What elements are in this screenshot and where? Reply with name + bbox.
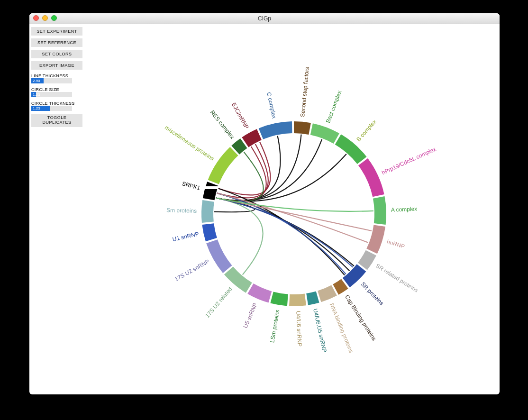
segment-label: U1 snRNP	[172, 230, 199, 243]
segment-u4-u6-u5-snrnp[interactable]	[306, 291, 319, 305]
segment-srpk1[interactable]	[203, 182, 218, 200]
segment-label: U4/U6 snRNP	[295, 311, 303, 347]
chord-link	[217, 193, 346, 274]
line-thickness-value: 2.90	[33, 78, 40, 83]
segment-label: 17S U2 snRNP	[173, 258, 210, 283]
segment-label: hnRNP	[386, 238, 405, 250]
close-icon[interactable]	[33, 15, 39, 21]
segment-label: hPrp19/Cdc5L complex	[381, 146, 437, 176]
segment-label: A complex	[391, 206, 418, 213]
segment-bact-complex[interactable]	[310, 123, 339, 144]
segment-label: U5 snRNP	[242, 302, 258, 329]
minimize-icon[interactable]	[42, 15, 48, 21]
segment-label: SR proteins	[360, 281, 385, 307]
segment-lsm-proteins[interactable]	[270, 292, 288, 306]
segment-label: Cap Binding proteins	[344, 294, 378, 342]
segment-17s-u2-snrnp[interactable]	[206, 239, 232, 273]
segment-label: 17S U2 related	[204, 286, 233, 319]
segment-u4-u6-snrnp[interactable]	[289, 293, 306, 306]
title-bar: CIGp	[29, 13, 500, 24]
segment-hnrnp[interactable]	[366, 225, 385, 254]
segment-label: miscelleneous proteins	[164, 124, 215, 162]
line-thickness-slider[interactable]: 2.90	[31, 78, 72, 83]
segment-sr-related-proteins[interactable]	[358, 250, 376, 270]
set-colors-button[interactable]: SET COLORS	[31, 50, 82, 58]
segment-ejc-mrnp[interactable]	[242, 129, 262, 147]
content-area: SET EXPERIMENT SET REFERENCE SET COLORS …	[29, 24, 500, 394]
toggle-duplicates-button[interactable]: TOGGLE DUPLICATES	[31, 114, 82, 127]
segment-u5-snrnp[interactable]	[247, 283, 272, 302]
app-window: CIGp SET EXPERIMENT SET REFERENCE SET CO…	[29, 13, 500, 394]
segment-label: LSm proteins	[269, 309, 281, 343]
segment-label: EJC/mRNP	[230, 101, 250, 130]
export-image-button[interactable]: EXPORT IMAGE	[31, 61, 82, 70]
window-controls	[33, 15, 57, 21]
segment-second-step-factors[interactable]	[294, 121, 311, 135]
circle-size-value: 1.23	[33, 92, 40, 97]
segment-label: Bact complex	[325, 90, 343, 124]
circle-size-label: CIRCLE SIZE	[31, 87, 82, 92]
segment-label: Second step factors	[299, 67, 310, 118]
maximize-icon[interactable]	[51, 15, 57, 21]
segment-label: Sm proteins	[166, 207, 197, 214]
segment-label: SRPK1	[181, 180, 201, 192]
segment-label: SR related proteins	[374, 262, 419, 293]
circle-thickness-slider[interactable]: 1.23	[31, 106, 72, 111]
window-title: CIGp	[258, 15, 271, 22]
segment-miscelleneous-proteins[interactable]	[208, 147, 238, 184]
chord-link	[216, 154, 346, 201]
segment-label: B complex	[355, 119, 377, 143]
chord-link	[216, 135, 301, 201]
circle-thickness-label: CIRCLE THICKNESS	[31, 101, 82, 106]
circle-size-slider[interactable]: 1.23	[31, 92, 72, 97]
circle-thickness-value: 1.23	[33, 106, 40, 111]
chord-link	[217, 193, 350, 271]
segment-label: U4/U6.U5 snRNP	[312, 308, 328, 353]
segment-label: RNA binding proteins	[328, 302, 355, 354]
segment-sm-proteins[interactable]	[201, 200, 214, 223]
segment-u1-snrnp[interactable]	[202, 223, 217, 241]
set-experiment-button[interactable]: SET EXPERIMENT	[31, 27, 82, 36]
segment-label: RES complex	[209, 109, 236, 140]
sidebar: SET EXPERIMENT SET REFERENCE SET COLORS …	[29, 24, 85, 394]
segment-c-complex[interactable]	[259, 121, 292, 139]
segment-rna-binding-proteins[interactable]	[318, 285, 337, 302]
segment-label: C complex	[265, 91, 277, 119]
chord-diagram[interactable]: Second step factorsBact complexB complex…	[85, 24, 500, 394]
segment-a-complex[interactable]	[373, 196, 386, 225]
line-thickness-label: LINE THICKNESS	[31, 73, 82, 78]
segment-hprp19-cdc5l-complex[interactable]	[358, 158, 384, 197]
set-reference-button[interactable]: SET REFERENCE	[31, 38, 82, 47]
